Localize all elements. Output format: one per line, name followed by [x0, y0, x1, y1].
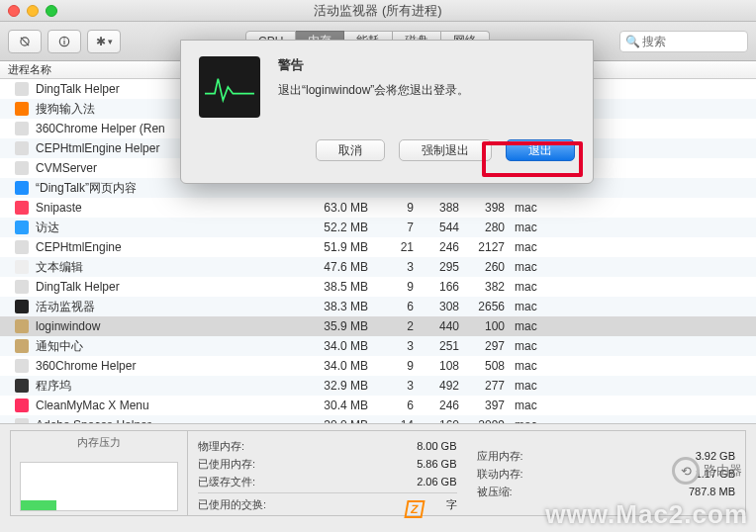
memory-value: 38.5 MB	[303, 280, 378, 294]
app-icon	[15, 201, 29, 215]
memory-value: 63.0 MB	[303, 201, 378, 215]
app-icon	[15, 122, 29, 135]
table-row[interactable]: Snipaste63.0 MB9388398mac	[0, 198, 756, 218]
app-icon	[15, 240, 29, 254]
process-name: 通知中心	[36, 338, 303, 355]
memory-stats: 物理内存:8.00 GB已使用内存:5.86 GB已缓存文件:2.06 GB已使…	[188, 430, 746, 516]
quit-process-button[interactable]	[8, 30, 42, 53]
app-icon	[15, 280, 29, 294]
app-icon	[15, 221, 29, 234]
user-value: mac	[515, 280, 574, 294]
app-icon	[15, 82, 29, 96]
process-name: loginwindow	[36, 319, 303, 333]
memory-value: 32.9 MB	[303, 379, 378, 393]
table-row[interactable]: 程序坞32.9 MB3492277mac	[0, 376, 756, 396]
app-icon	[15, 300, 29, 313]
stats-row: 物理内存:8.00 GB	[198, 437, 457, 455]
memory-value: 38.3 MB	[303, 300, 378, 313]
user-value: mac	[515, 399, 574, 412]
memory-value: 30.0 MB	[303, 418, 378, 423]
app-icon	[15, 339, 29, 353]
memory-value: 30.4 MB	[303, 399, 378, 412]
z-badge-icon: Z	[404, 500, 425, 518]
user-value: mac	[515, 379, 574, 393]
force-quit-button[interactable]: 强制退出	[399, 139, 492, 161]
app-icon	[15, 418, 29, 423]
inspect-process-button[interactable]	[47, 30, 81, 53]
memory-pressure-box: 内存压力	[10, 430, 188, 516]
user-value: mac	[515, 201, 574, 215]
memory-pressure-graph	[20, 462, 178, 511]
process-name: 访达	[36, 220, 303, 236]
search-icon: 🔍	[625, 35, 640, 48]
memory-value: 34.0 MB	[303, 339, 378, 353]
router-icon: ⟲	[672, 457, 700, 485]
app-icon	[15, 399, 29, 412]
process-name: CleanMyMac X Menu	[36, 399, 303, 412]
user-value: mac	[515, 418, 574, 423]
stats-row: 被压缩:787.8 MB	[477, 483, 736, 500]
process-name: 活动监视器	[36, 299, 303, 315]
user-value: mac	[515, 260, 574, 274]
memory-value: 35.9 MB	[303, 319, 378, 333]
process-name: CEPHtmlEngine	[36, 240, 303, 254]
user-value: mac	[515, 300, 574, 313]
user-value: mac	[515, 339, 574, 353]
table-row[interactable]: loginwindow35.9 MB2440100mac	[0, 316, 756, 336]
search-wrap: 🔍	[619, 31, 748, 52]
table-row[interactable]: 通知中心34.0 MB3251297mac	[0, 336, 756, 356]
app-icon	[15, 161, 29, 175]
router-watermark: ⟲ 路由器	[672, 457, 742, 485]
memory-value: 52.2 MB	[303, 221, 378, 234]
window-title: 活动监视器 (所有进程)	[0, 2, 756, 20]
quit-button[interactable]: 退出	[506, 139, 575, 161]
app-icon	[15, 141, 29, 155]
memory-value: 51.9 MB	[303, 240, 378, 254]
titlebar: 活动监视器 (所有进程)	[0, 0, 756, 22]
cancel-button[interactable]: 取消	[316, 139, 385, 161]
memory-value: 47.6 MB	[303, 260, 378, 274]
table-row[interactable]: CEPHtmlEngine51.9 MB212462127mac	[0, 237, 756, 257]
memory-pressure-label: 内存压力	[77, 435, 121, 450]
process-name: DingTalk Helper	[36, 280, 303, 294]
settings-button[interactable]: ✱▾	[87, 30, 121, 53]
quit-dialog: 警告 退出“loginwindow”会将您退出登录。 取消 强制退出 退出	[180, 40, 594, 184]
gear-icon: ✱	[96, 35, 106, 48]
table-row[interactable]: CleanMyMac X Menu30.4 MB6246397mac	[0, 396, 756, 415]
activity-monitor-icon	[199, 56, 260, 118]
chevron-down-icon: ▾	[108, 37, 113, 46]
app-icon	[15, 181, 29, 195]
process-name: 文本编辑	[36, 259, 303, 276]
table-row[interactable]: 360Chrome Helper34.0 MB9108508mac	[0, 356, 756, 376]
svg-rect-2	[63, 38, 64, 39]
table-row[interactable]: Adobe Spaces Helper30.0 MB141602099mac	[0, 415, 756, 423]
table-row[interactable]: 访达52.2 MB7544280mac	[0, 218, 756, 237]
user-value: mac	[515, 240, 574, 254]
stats-row: 已使用内存:5.86 GB	[198, 455, 457, 473]
memory-value: 34.0 MB	[303, 359, 378, 373]
user-value: mac	[515, 319, 574, 333]
app-icon	[15, 379, 29, 393]
table-row[interactable]: 文本编辑47.6 MB3295260mac	[0, 257, 756, 277]
process-name: 程序坞	[36, 378, 303, 395]
app-icon	[15, 260, 29, 274]
process-name: Snipaste	[36, 201, 303, 215]
footer-panel: 内存压力 物理内存:8.00 GB已使用内存:5.86 GB已缓存文件:2.06…	[0, 423, 756, 522]
app-icon	[15, 319, 29, 333]
table-row[interactable]: 活动监视器38.3 MB63082656mac	[0, 297, 756, 316]
dialog-message: 退出“loginwindow”会将您退出登录。	[278, 82, 575, 99]
process-name: Adobe Spaces Helper	[36, 418, 303, 423]
app-icon	[15, 359, 29, 373]
dialog-title: 警告	[278, 56, 575, 74]
stats-row: 已缓存文件:2.06 GB	[198, 473, 457, 490]
user-value: mac	[515, 221, 574, 234]
table-row[interactable]: DingTalk Helper38.5 MB9166382mac	[0, 277, 756, 297]
memory-pressure-fill	[21, 500, 56, 510]
app-icon	[15, 102, 29, 116]
process-name: 360Chrome Helper	[36, 359, 303, 373]
svg-rect-1	[63, 40, 64, 44]
process-name-header: 进程名称	[8, 62, 51, 77]
user-value: mac	[515, 359, 574, 373]
